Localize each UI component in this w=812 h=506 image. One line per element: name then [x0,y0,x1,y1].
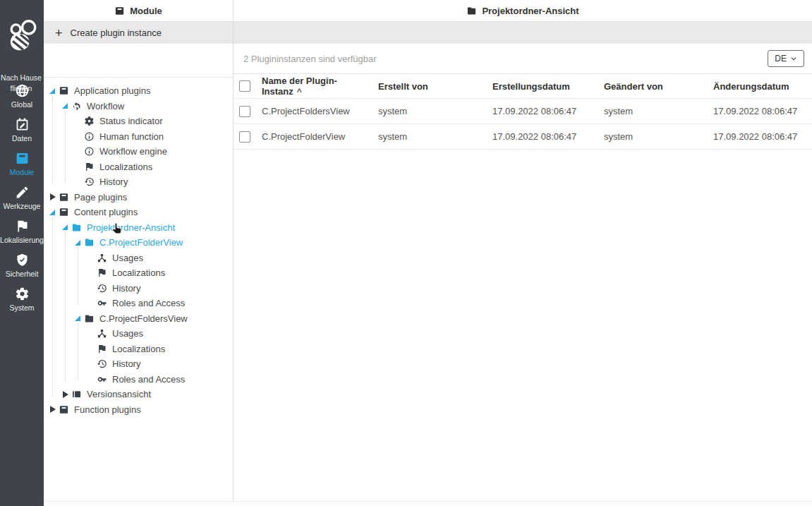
tree-item-label: Roles and Access [112,298,185,308]
tree-item-roles-and-access[interactable]: Roles and Access [86,296,230,311]
sidebar-item-werkzeuge[interactable]: Werkzeuge [0,181,44,215]
sidebar-item-system[interactable]: System [0,282,44,316]
select-all-checkbox[interactable] [239,80,250,92]
folder-icon [84,313,95,324]
header-checkbox-cell [234,80,262,92]
folder-icon [71,222,82,233]
history-icon [97,283,107,294]
plugin-tree: Application pluginsWorkflowStatus indica… [48,83,230,417]
tree-item-localizations[interactable]: Localizations [86,265,230,281]
tree-item-label: Localizations [112,344,165,354]
shield-check-icon [15,253,30,267]
tree-indent-spacer [86,268,97,278]
collapse-expander-icon[interactable] [61,222,71,232]
pencil-icon [15,185,30,200]
tree-item-versionsansicht[interactable]: Versionsansicht [61,387,230,402]
tree-item-projektordner-ansicht[interactable]: Projektordner-Ansicht [61,220,230,236]
expand-expander-icon[interactable] [48,404,59,414]
tree-item-usages[interactable]: Usages [86,326,230,342]
tree-item-usages[interactable]: Usages [86,251,230,266]
collapse-expander-icon[interactable] [48,86,59,96]
module-box-icon [59,192,69,203]
tree-item-application-plugins[interactable]: Application plugins [48,83,230,99]
tree-item-label: Localizations [99,162,152,172]
collapse-expander-icon[interactable] [61,101,71,111]
expand-expander-icon[interactable] [61,390,71,399]
tree-indent-spacer [86,283,97,293]
tree-children-group: UsagesLocalizationsHistoryRoles and Acce… [73,326,230,387]
collapse-expander-icon[interactable] [73,313,84,323]
table-row[interactable]: C.ProjectFolderViewsystem17.09.2022 08:0… [234,124,812,150]
collapse-expander-icon[interactable] [73,238,84,248]
tree-indent-spacer [86,329,97,339]
row-checkbox[interactable] [239,106,250,117]
module-panel: Module + Create plugin instance Applicat… [44,0,234,506]
tree-item-workflow[interactable]: Workflow [61,99,230,114]
tree-item-history[interactable]: History [86,281,230,296]
key-icon [97,298,107,308]
tree-item-history[interactable]: History [86,356,230,372]
sidebar-item-global[interactable]: Global [0,79,44,113]
tree-children-group: UsagesLocalizationsHistoryRoles and Acce… [73,251,230,311]
row-checkbox-cell [234,131,262,143]
cell-modified-by: system [604,106,713,116]
column-header-name[interactable]: Name der Plugin-Instanz^ [262,76,378,97]
language-selector[interactable]: DE [768,50,804,67]
row-checkbox[interactable] [239,131,250,143]
sidebar-item-label: System [9,303,34,312]
flag-icon [97,267,107,278]
sidebar-item-sicherheit[interactable]: Sicherheit [0,248,44,282]
key-icon [97,374,107,385]
tree-item-function-plugins[interactable]: Function plugins [48,402,230,418]
gear-icon [84,116,95,126]
usages-hub-icon [97,253,107,263]
tree-item-c-projectfolderview[interactable]: C.ProjectFolderView [73,235,230,251]
tree-item-c-projectfoldersview[interactable]: C.ProjectFoldersView [73,311,230,327]
module-panel-header: Module [44,0,233,22]
column-header-modified-at[interactable]: Änderungsdatum [713,81,812,92]
home-logo[interactable]: Nach Hause fliegen [0,0,44,71]
sidebar-item-lokalisierung[interactable]: Lokalisierung [0,215,44,248]
module-box-icon [15,151,30,166]
content-panel: Projektordner-Ansicht 2 Plugininstanzen … [234,0,812,506]
tree-item-human-function[interactable]: Human function [73,129,230,145]
gear-wrench-icon [15,287,30,301]
column-header-created-by[interactable]: Erstellt von [378,81,492,92]
tree-item-status-indicator[interactable]: Status indicator [73,114,230,129]
tree-indent-spacer [73,147,84,157]
tree-item-label: Page plugins [74,192,127,203]
tree-spacer [44,44,233,77]
sidebar-item-module[interactable]: Module [0,147,44,181]
sidebar-item-daten[interactable]: Daten [0,113,44,147]
tree-item-localizations[interactable]: Localizations [73,159,230,175]
flag-icon [15,219,30,234]
chevron-down-icon [790,55,797,62]
sidebar-nav: GlobalDatenModuleWerkzeugeLokalisierungS… [0,79,44,316]
flag-icon [97,344,107,354]
tree-item-label: C.ProjectFoldersView [99,313,188,324]
tree-item-localizations[interactable]: Localizations [86,342,230,357]
versions-icon [71,389,82,399]
tree-item-content-plugins[interactable]: Content plugins [48,205,230,220]
plugin-instances-table: Name der Plugin-Instanz^ Erstellt von Er… [234,74,812,150]
column-header-created-at[interactable]: Erstellungsdatum [492,81,604,92]
sort-asc-icon: ^ [297,87,302,97]
cell-modified-at: 17.09.2022 08:06:47 [713,131,812,142]
sidebar: Nach Hause fliegen GlobalDatenModuleWerk… [0,0,44,506]
tree-item-label: Roles and Access [112,374,185,385]
flag-icon [84,162,95,172]
cell-modified-by: system [604,131,713,142]
column-header-modified-by[interactable]: Geändert von [604,81,713,92]
create-plugin-instance-button[interactable]: + Create plugin instance [55,27,162,40]
tree-item-roles-and-access[interactable]: Roles and Access [86,372,230,387]
tree-item-page-plugins[interactable]: Page plugins [48,190,230,205]
tree-item-label: Localizations [112,267,165,278]
language-value: DE [775,54,787,64]
collapse-expander-icon[interactable] [48,207,59,217]
sidebar-item-label: Daten [12,134,32,143]
table-row[interactable]: C.ProjectFoldersViewsystem17.09.2022 08:… [234,99,812,124]
tree-item-workflow-engine[interactable]: Workflow engine [73,144,230,159]
expand-expander-icon[interactable] [48,192,59,202]
table-header-row: Name der Plugin-Instanz^ Erstellt von Er… [234,74,812,99]
tree-item-history[interactable]: History [73,174,230,190]
